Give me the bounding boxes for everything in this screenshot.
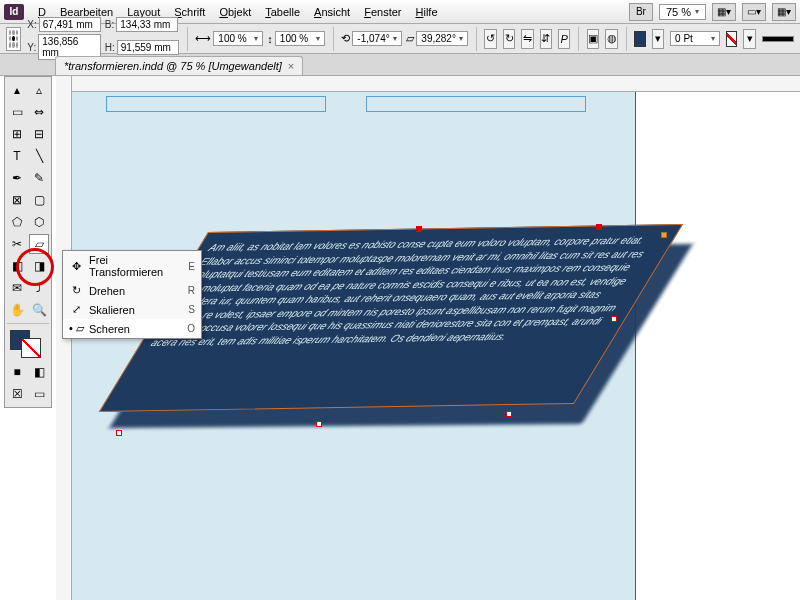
stroke-dropdown[interactable]: ▾ xyxy=(743,29,755,49)
stroke-swatch[interactable] xyxy=(726,31,737,47)
menu-fenster[interactable]: Fenster xyxy=(358,4,407,20)
rectangle-tool[interactable]: ▢ xyxy=(29,190,49,210)
handle-br[interactable] xyxy=(506,411,512,417)
rotate-ccw-icon[interactable]: ↺ xyxy=(484,29,496,49)
fill-stroke-wells[interactable] xyxy=(7,330,49,360)
gap-tool[interactable]: ⇔ xyxy=(29,102,49,122)
document-tabs: *transformieren.indd @ 75 % [Umgewandelt… xyxy=(0,54,800,76)
page-tool[interactable]: ▭ xyxy=(7,102,27,122)
workspace: ▴ ▵ ▭ ⇔ ⊞ ⊟ T ╲ ✒ ✎ ⊠ ▢ ⬠ ⬡ ✂ ▱ ◧ ◨ ✉ ⤴ … xyxy=(0,76,800,600)
line-tool[interactable]: ╲ xyxy=(29,146,49,166)
menu-ansicht[interactable]: Ansicht xyxy=(308,4,356,20)
handle-tm[interactable] xyxy=(416,226,422,232)
rectangle-frame-tool[interactable]: ⊠ xyxy=(7,190,27,210)
ctx-item-scheren[interactable]: • ▱ScherenO xyxy=(63,319,201,338)
text-frame-2[interactable] xyxy=(366,96,586,112)
bridge-button[interactable]: Br xyxy=(629,3,653,21)
ellipse-tool[interactable]: ⬡ xyxy=(29,212,49,232)
handle-r[interactable] xyxy=(661,232,667,238)
menu-hilfe[interactable]: Hilfe xyxy=(409,4,443,20)
transform-flyout-menu: ✥Frei TransformierenE↻DrehenR⤢SkalierenS… xyxy=(62,250,202,339)
content-placer-tool[interactable]: ⊟ xyxy=(29,124,49,144)
free-transform-tool[interactable]: ▱ xyxy=(29,234,49,254)
ctx-icon: ✥ xyxy=(69,260,83,273)
scissors-tool[interactable]: ✂ xyxy=(7,234,27,254)
ctx-label: Drehen xyxy=(89,285,182,297)
ctx-shortcut: E xyxy=(188,261,195,272)
ctx-label: Frei Transformieren xyxy=(89,254,182,278)
ctx-shortcut: R xyxy=(188,285,195,296)
ctx-item-frei-transformieren[interactable]: ✥Frei TransformierenE xyxy=(63,251,201,281)
handle-mr[interactable] xyxy=(611,316,617,322)
handle-tr[interactable] xyxy=(596,224,602,230)
ctx-item-drehen[interactable]: ↻DrehenR xyxy=(63,281,201,300)
handle-bm[interactable] xyxy=(316,421,322,427)
hand-tool[interactable]: ✋ xyxy=(7,300,27,320)
gradient-feather-tool[interactable]: ◨ xyxy=(29,256,49,276)
text-frame-1[interactable] xyxy=(106,96,326,112)
normal-view-icon[interactable]: ▭ xyxy=(29,384,49,404)
gradient-swatch-tool[interactable]: ◧ xyxy=(7,256,27,276)
select-content-icon[interactable]: ◍ xyxy=(605,29,617,49)
control-bar: X:67,491 mm B:134,33 mm Y:136,856 mm H:9… xyxy=(0,24,800,54)
close-tab-icon[interactable]: × xyxy=(288,60,294,72)
pencil-tool[interactable]: ✎ xyxy=(29,168,49,188)
polygon-tool[interactable]: ⬠ xyxy=(7,212,27,232)
ctx-shortcut: S xyxy=(188,304,195,315)
apply-none-icon[interactable]: ☒ xyxy=(7,384,27,404)
ctx-label: Skalieren xyxy=(89,304,182,316)
fill-swatch[interactable] xyxy=(634,31,645,47)
x-field[interactable]: X:67,491 mm xyxy=(27,17,100,32)
tab-title: *transformieren.indd @ 75 % [Umgewandelt… xyxy=(64,60,282,72)
stroke-style[interactable] xyxy=(762,36,794,42)
note-tool[interactable]: ✉ xyxy=(7,278,27,298)
flip-h-icon[interactable]: ⇋ xyxy=(521,29,533,49)
pen-tool[interactable]: ✒ xyxy=(7,168,27,188)
ctx-shortcut: O xyxy=(187,323,195,334)
stroke-weight[interactable]: 0 Pt xyxy=(670,31,720,46)
ctx-icon: • ▱ xyxy=(69,322,83,335)
content-collector-tool[interactable]: ⊞ xyxy=(7,124,27,144)
w-field[interactable]: B:134,33 mm xyxy=(105,17,179,32)
menu-tabelle[interactable]: Tabelle xyxy=(259,4,306,20)
eyedropper-tool[interactable]: ⤴ xyxy=(29,278,49,298)
view-options-button[interactable]: ▦▾ xyxy=(712,3,736,21)
ruler-horizontal[interactable] xyxy=(56,76,800,92)
shear-field[interactable]: ▱39,282° xyxy=(406,31,468,46)
arrange-button[interactable]: ▦▾ xyxy=(772,3,796,21)
app-logo: Id xyxy=(4,4,24,20)
ctx-item-skalieren[interactable]: ⤢SkalierenS xyxy=(63,300,201,319)
scale-x-field[interactable]: ⟷100 % xyxy=(195,31,263,46)
zoom-tool[interactable]: 🔍 xyxy=(29,300,49,320)
apply-gradient-icon[interactable]: ◧ xyxy=(29,362,49,382)
screen-mode-button[interactable]: ▭▾ xyxy=(742,3,766,21)
rotation-field[interactable]: ⟲-1,074° xyxy=(341,31,402,46)
ctx-label: Scheren xyxy=(89,323,181,335)
ctx-icon: ↻ xyxy=(69,284,83,297)
ctx-icon: ⤢ xyxy=(69,303,83,316)
menu-objekt[interactable]: Objekt xyxy=(213,4,257,20)
document-tab[interactable]: *transformieren.indd @ 75 % [Umgewandelt… xyxy=(55,56,303,75)
fill-dropdown[interactable]: ▾ xyxy=(652,29,664,49)
flip-v-icon[interactable]: ⇵ xyxy=(540,29,552,49)
zoom-dropdown[interactable]: 75 % xyxy=(659,4,706,20)
toolbox: ▴ ▵ ▭ ⇔ ⊞ ⊟ T ╲ ✒ ✎ ⊠ ▢ ⬠ ⬡ ✂ ▱ ◧ ◨ ✉ ⤴ … xyxy=(4,76,52,408)
type-tool[interactable]: T xyxy=(7,146,27,166)
scale-y-field[interactable]: ↕100 % xyxy=(267,31,325,46)
handle-bl[interactable] xyxy=(116,430,122,436)
select-container-icon[interactable]: ▣ xyxy=(587,29,599,49)
reference-point[interactable] xyxy=(6,27,21,51)
p-icon[interactable]: P xyxy=(558,29,570,49)
selection-tool[interactable]: ▴ xyxy=(7,80,27,100)
apply-color-icon[interactable]: ■ xyxy=(7,362,27,382)
rotate-cw-icon[interactable]: ↻ xyxy=(503,29,515,49)
direct-selection-tool[interactable]: ▵ xyxy=(29,80,49,100)
